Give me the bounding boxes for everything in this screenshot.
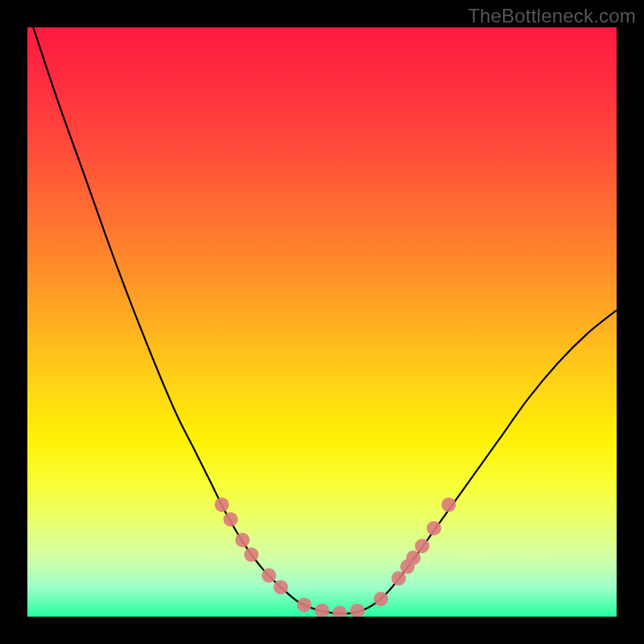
- bottleneck-curve: [33, 27, 617, 613]
- marker-dot: [215, 497, 229, 512]
- marker-dot: [427, 521, 441, 535]
- marker-dot: [262, 568, 276, 583]
- marker-dot: [297, 597, 312, 612]
- marker-dot: [224, 512, 238, 526]
- marker-dot: [350, 604, 365, 617]
- marker-dot: [391, 571, 406, 585]
- marker-dot: [407, 551, 421, 565]
- marker-dot: [441, 497, 456, 512]
- marker-dot: [315, 604, 329, 617]
- plot-area: [27, 27, 617, 617]
- chart-outer-frame: TheBottleneck.com: [0, 0, 644, 644]
- marker-dot: [374, 592, 388, 606]
- curve-layer: [27, 27, 617, 617]
- watermark-text: TheBottleneck.com: [468, 5, 636, 27]
- marker-dot: [244, 547, 258, 562]
- marker-dot: [332, 606, 347, 617]
- marker-dot: [415, 539, 429, 553]
- marker-dot: [274, 580, 288, 594]
- marker-dot: [235, 533, 250, 547]
- curve-markers: [215, 497, 456, 617]
